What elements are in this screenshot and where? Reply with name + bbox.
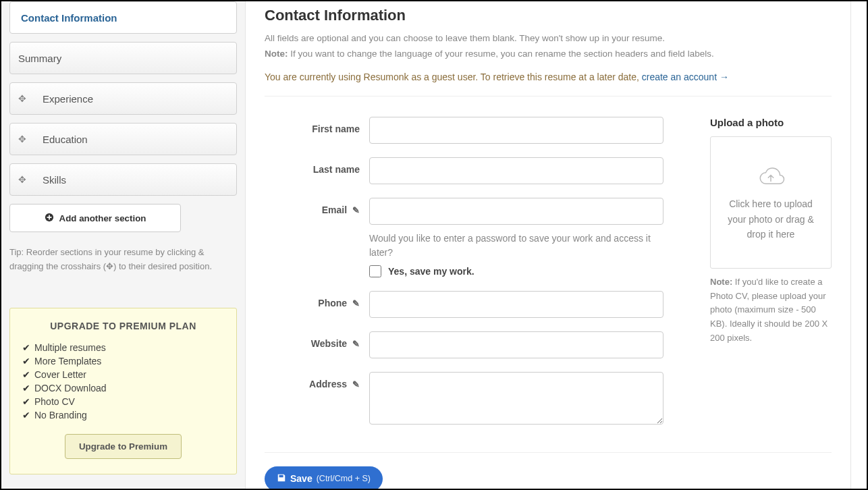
check-icon: ✔ [22,383,30,393]
right-gutter [850,1,867,489]
pencil-icon[interactable]: ✎ [352,298,360,308]
check-icon: ✔ [22,369,30,380]
upgrade-feature: ✔More Templates [22,354,224,368]
website-input[interactable] [369,331,663,358]
move-icon[interactable]: ✥ [10,174,34,185]
password-prompt: Would you like to enter a password to sa… [369,232,663,260]
sidebar-item-label: Contact Information [10,12,117,24]
page-title: Contact Information [265,7,832,24]
phone-label: Phone ✎ [265,291,369,308]
pencil-icon[interactable]: ✎ [352,379,360,389]
check-icon: ✔ [22,342,30,353]
first-name-input[interactable] [369,117,663,144]
save-shortcut-hint: (Ctrl/Cmd + S) [317,474,371,483]
sidebar-item-label: Skills [34,174,66,186]
upgrade-feature: ✔No Branding [22,408,224,422]
sidebar-item-label: Education [34,134,88,145]
sidebar: Contact Information Summary ✥ Experience… [1,1,246,489]
move-icon[interactable]: ✥ [10,93,34,104]
sidebar-item-contact[interactable]: Contact Information [9,1,237,34]
photo-title: Upload a photo [710,117,832,128]
save-icon [277,473,286,485]
first-name-label: First name [265,117,369,134]
add-section-label: Add another section [59,213,146,223]
email-label: Email ✎ [265,198,369,215]
contact-form: First name Last name Email ✎ Would you l… [265,117,690,440]
cloud-upload-icon [755,163,787,190]
sidebar-item-education[interactable]: ✥ Education [9,123,237,155]
upgrade-feature-list: ✔Multiple resumes ✔More Templates ✔Cover… [22,341,224,422]
main-content: Contact Information All fields are optio… [246,1,850,489]
address-input[interactable] [369,372,663,425]
create-account-link[interactable]: create an account → [642,72,729,82]
check-icon: ✔ [22,356,30,366]
pencil-icon[interactable]: ✎ [352,339,360,349]
move-icon[interactable]: ✥ [10,134,34,144]
svg-rect-2 [47,217,51,218]
photo-dropzone[interactable]: Click here to upload your photo or drag … [710,136,832,269]
sidebar-item-experience[interactable]: ✥ Experience [9,82,237,115]
upgrade-feature: ✔DOCX Download [22,381,224,395]
last-name-input[interactable] [369,157,663,184]
guest-notice: You are currently using Resumonk as a gu… [265,72,832,96]
photo-upload-panel: Upload a photo Click here to upload your… [710,117,832,440]
upgrade-feature: ✔Photo CV [22,395,224,408]
save-button-label: Save [290,473,313,484]
email-input[interactable] [369,198,663,225]
pencil-icon[interactable]: ✎ [352,205,360,215]
upgrade-title: UPGRADE TO PREMIUM PLAN [22,321,224,331]
reorder-tip: Tip: Reorder sections in your resume by … [9,246,237,274]
upgrade-feature: ✔Multiple resumes [22,341,224,354]
sidebar-item-summary[interactable]: Summary [9,42,237,74]
sidebar-item-skills[interactable]: ✥ Skills [9,163,237,196]
website-label: Website ✎ [265,331,369,349]
add-section-button[interactable]: Add another section [9,204,181,232]
save-work-checkbox[interactable] [369,265,381,277]
note-label: Note: [265,49,288,59]
sidebar-item-label: Experience [34,93,93,105]
dropzone-text: Click here to upload your photo or drag … [720,196,821,242]
plus-icon [45,213,54,224]
check-icon: ✔ [22,396,30,407]
upgrade-button[interactable]: Upgrade to Premium [65,434,182,459]
hint-text: All fields are optional and you can choo… [265,31,832,62]
sidebar-item-label: Summary [10,53,61,64]
upgrade-panel: UPGRADE TO PREMIUM PLAN ✔Multiple resume… [9,308,237,474]
check-icon: ✔ [22,410,30,420]
last-name-label: Last name [265,157,369,175]
save-work-label: Yes, save my work. [388,266,474,277]
save-button[interactable]: Save (Ctrl/Cmd + S) [265,466,383,489]
address-label: Address ✎ [265,372,369,389]
phone-input[interactable] [369,291,663,318]
section-list: Contact Information Summary ✥ Experience… [9,1,237,196]
photo-note: Note: If you'd like to create a Photo CV… [710,275,832,346]
upgrade-feature: ✔Cover Letter [22,368,224,381]
